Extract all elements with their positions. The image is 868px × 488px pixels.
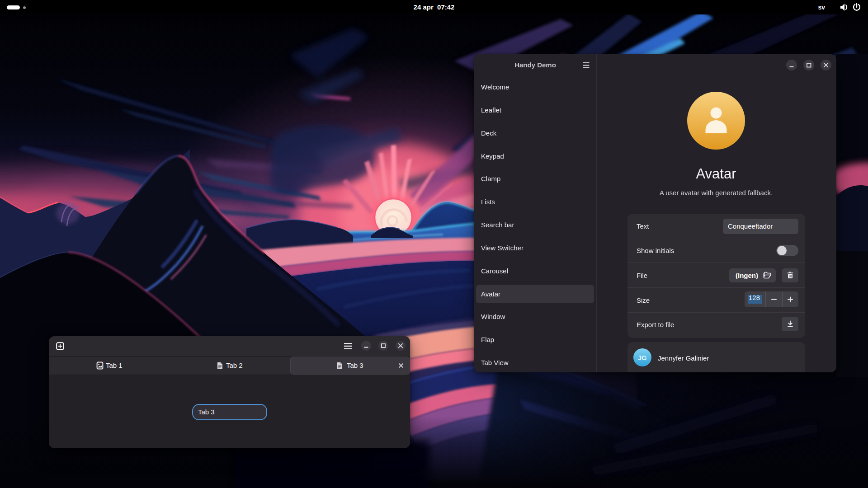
svg-text:JG: JG [638,354,647,361]
